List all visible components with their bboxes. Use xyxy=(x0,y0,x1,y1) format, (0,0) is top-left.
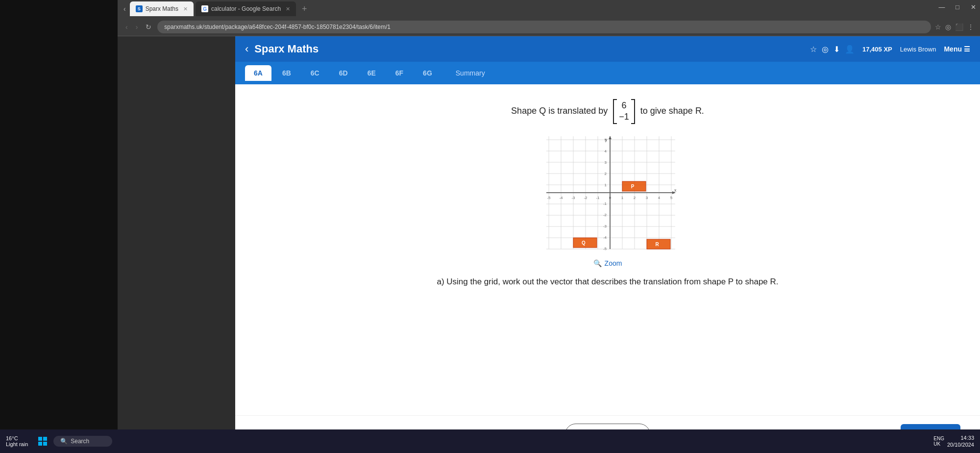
search-icon: 🔍 xyxy=(60,438,68,445)
tab-6b[interactable]: 6B xyxy=(273,65,300,81)
taskbar: 16°C Light rain 🔍 Search ENG UK 14:33 20… xyxy=(0,429,980,453)
svg-text:R: R xyxy=(655,242,659,247)
svg-text:-1: -1 xyxy=(603,201,607,206)
taskbar-locale: ENG UK xyxy=(933,436,944,447)
new-tab-btn[interactable]: + xyxy=(298,4,311,14)
tab-6a[interactable]: 6A xyxy=(245,65,271,81)
sparx-favicon: S xyxy=(136,5,143,12)
svg-rect-54 xyxy=(38,442,42,446)
svg-text:-5: -5 xyxy=(603,247,607,251)
extension-icon[interactable]: ⬛ xyxy=(955,23,963,31)
svg-text:P: P xyxy=(631,184,635,189)
taskbar-right: ENG UK 14:33 20/10/2024 xyxy=(933,434,974,449)
user-icon[interactable]: 👤 xyxy=(845,45,855,54)
svg-text:-2: -2 xyxy=(584,196,588,200)
svg-text:5: 5 xyxy=(670,196,673,200)
clock-date: 20/10/2024 xyxy=(947,441,974,448)
app-back-arrow[interactable]: ‹ xyxy=(245,43,248,55)
svg-text:0: 0 xyxy=(609,196,612,200)
zoom-icon: 🔍 xyxy=(593,259,602,267)
question-text-before: Shape Q is translated by xyxy=(511,106,608,116)
svg-text:-4: -4 xyxy=(603,235,607,240)
clock-time: 14:33 xyxy=(947,434,974,441)
circle-icon[interactable]: ◎ xyxy=(822,45,829,54)
windows-start-btn[interactable] xyxy=(36,434,49,448)
nav-forward[interactable]: › xyxy=(134,21,140,33)
grid-svg: -5 -4 -3 -2 -1 0 1 2 3 4 5 x y xyxy=(539,134,676,252)
search-label: Search xyxy=(71,438,89,445)
user-profile-icon[interactable]: ◎ xyxy=(945,23,951,31)
svg-rect-53 xyxy=(43,437,47,441)
tab-6e[interactable]: 6E xyxy=(359,65,385,81)
question-text: Shape Q is translated by 6 −1 to give sh… xyxy=(255,99,960,124)
address-input[interactable] xyxy=(157,21,931,33)
user-name: Lewis Brown xyxy=(900,46,936,53)
weather-desc: Light rain xyxy=(6,441,28,447)
tab-sparx[interactable]: S Sparx Maths ✕ xyxy=(130,1,194,16)
tab-sparx-close[interactable]: ✕ xyxy=(183,6,188,12)
svg-text:3: 3 xyxy=(605,160,607,165)
coordinate-grid: -5 -4 -3 -2 -1 0 1 2 3 4 5 x y xyxy=(539,134,676,252)
svg-rect-55 xyxy=(43,442,47,446)
svg-text:-4: -4 xyxy=(559,196,563,200)
taskbar-time: 14:33 20/10/2024 xyxy=(947,434,974,449)
question-text-after: to give shape R. xyxy=(640,106,704,116)
tab-6g[interactable]: 6G xyxy=(414,65,441,81)
browser-window: ‹ S Sparx Maths ✕ G calculator - Google … xyxy=(118,0,980,453)
svg-text:-5: -5 xyxy=(547,196,551,200)
task-tabs: 6A 6B 6C 6D 6E 6F 6G Summary xyxy=(235,62,980,84)
svg-rect-52 xyxy=(38,437,42,441)
vector-bottom: −1 xyxy=(619,111,629,123)
svg-text:2: 2 xyxy=(605,172,607,176)
app-title: Sparx Maths xyxy=(254,43,318,55)
menu-dots-icon[interactable]: ⋮ xyxy=(967,23,974,31)
app-header: ‹ Sparx Maths ☆ ◎ ⬇ 👤 17,405 XP Lewis Br… xyxy=(235,36,980,62)
menu-button[interactable]: Menu ☰ xyxy=(944,45,970,53)
tab-bar: ‹ S Sparx Maths ✕ G calculator - Google … xyxy=(118,0,980,18)
browser-back-btn[interactable]: ‹ xyxy=(122,3,128,15)
close-btn[interactable]: ✕ xyxy=(966,0,980,14)
svg-text:x: x xyxy=(674,188,676,193)
address-bar: ‹ › ↻ ☆ ◎ ⬛ ⋮ xyxy=(118,18,980,36)
browser-actions: ☆ ◎ ⬛ ⋮ xyxy=(935,23,974,31)
header-icons: ☆ ◎ ⬇ 👤 xyxy=(810,45,855,54)
tab-calculator-label: calculator - Google Search xyxy=(211,5,281,12)
tab-6c[interactable]: 6C xyxy=(302,65,328,81)
star-icon[interactable]: ☆ xyxy=(810,45,817,54)
taskbar-search[interactable]: 🔍 Search xyxy=(53,436,112,447)
tab-summary[interactable]: Summary xyxy=(447,65,494,81)
svg-text:2: 2 xyxy=(634,196,636,200)
svg-text:-3: -3 xyxy=(603,224,607,228)
svg-marker-25 xyxy=(609,136,612,139)
nav-refresh[interactable]: ↻ xyxy=(144,21,153,33)
download-icon[interactable]: ⬇ xyxy=(833,45,840,54)
tab-sparx-label: Sparx Maths xyxy=(146,5,178,12)
weather-temp: 16°C xyxy=(6,435,28,441)
svg-text:5: 5 xyxy=(605,138,607,142)
nav-back[interactable]: ‹ xyxy=(123,21,130,33)
tab-6f[interactable]: 6F xyxy=(387,65,412,81)
app-container: ‹ Sparx Maths ☆ ◎ ⬇ 👤 17,405 XP Lewis Br… xyxy=(235,36,980,453)
svg-text:1: 1 xyxy=(605,183,607,187)
svg-text:-3: -3 xyxy=(571,196,575,200)
svg-text:-1: -1 xyxy=(596,196,600,200)
header-right: ☆ ◎ ⬇ 👤 17,405 XP Lewis Brown Menu ☰ xyxy=(810,45,970,54)
window-controls: — □ ✕ xyxy=(935,0,980,14)
zoom-button[interactable]: 🔍 Zoom xyxy=(255,259,960,267)
xp-badge: 17,405 XP xyxy=(862,46,892,53)
svg-text:4: 4 xyxy=(658,196,661,200)
tab-calculator-close[interactable]: ✕ xyxy=(286,6,290,12)
svg-text:3: 3 xyxy=(646,196,648,200)
maximize-btn[interactable]: □ xyxy=(951,0,964,14)
grid-wrapper: -5 -4 -3 -2 -1 0 1 2 3 4 5 x y xyxy=(255,134,960,252)
tab-6d[interactable]: 6D xyxy=(330,65,357,81)
google-favicon: G xyxy=(201,5,208,12)
sub-question: a) Using the grid, work out the vector t… xyxy=(255,277,960,287)
svg-text:Q: Q xyxy=(582,240,586,246)
minimize-btn[interactable]: — xyxy=(935,0,949,14)
bookmark-icon[interactable]: ☆ xyxy=(935,23,941,31)
svg-text:4: 4 xyxy=(605,149,607,153)
tab-calculator[interactable]: G calculator - Google Search ✕ xyxy=(196,1,296,16)
taskbar-weather: 16°C Light rain xyxy=(6,435,28,447)
hamburger-icon: ☰ xyxy=(964,45,970,53)
